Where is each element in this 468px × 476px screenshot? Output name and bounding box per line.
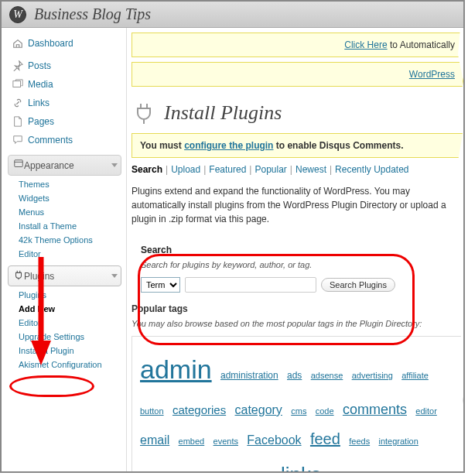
appearance-icon xyxy=(13,159,24,172)
home-icon xyxy=(12,38,23,49)
search-type-select[interactable]: Term xyxy=(141,277,180,293)
sidebar-item-comments[interactable]: Comments xyxy=(8,131,121,149)
sub-menus[interactable]: Menus xyxy=(19,205,121,219)
tag-advertising[interactable]: advertising xyxy=(352,371,393,380)
popular-tags-panel: Popular tags You may also browse based o… xyxy=(132,303,463,471)
notice-link-wordpress[interactable]: WordPress xyxy=(409,69,455,80)
tag-categories[interactable]: categories xyxy=(173,403,226,416)
svg-rect-0 xyxy=(13,81,21,87)
sidebar-item-label: Media xyxy=(28,79,53,90)
sub-install-theme[interactable]: Install a Theme xyxy=(19,219,121,233)
tag-feeds[interactable]: feeds xyxy=(349,437,370,446)
sidebar-item-label: Pages xyxy=(28,116,54,127)
page-icon xyxy=(12,116,23,127)
sub-appearance-editor[interactable]: Editor xyxy=(19,247,121,261)
media-icon xyxy=(12,79,23,90)
sidebar-item-label: Posts xyxy=(28,60,51,71)
tag-administration[interactable]: administration xyxy=(220,370,278,381)
tab-featured[interactable]: Featured xyxy=(209,164,246,175)
comment-icon xyxy=(12,135,23,146)
tag-affiliate[interactable]: affiliate xyxy=(401,371,429,380)
sidebar-item-links[interactable]: Links xyxy=(8,94,121,112)
tab-separator: | xyxy=(290,164,292,175)
search-plugins-button[interactable]: Search Plugins xyxy=(321,278,395,292)
plug-large-icon xyxy=(132,101,156,125)
tag-comments[interactable]: comments xyxy=(343,402,407,417)
tab-separator: | xyxy=(330,164,332,175)
tag-cms[interactable]: cms xyxy=(291,406,306,416)
tab-separator: | xyxy=(166,164,168,175)
tag-integration[interactable]: integration xyxy=(378,437,418,446)
search-input[interactable] xyxy=(185,277,316,293)
sub-plugins[interactable]: Plugins xyxy=(19,288,121,302)
tag-embed[interactable]: embed xyxy=(179,437,205,446)
admin-sidebar: Dashboard Posts Media Links xyxy=(2,28,127,471)
tag-code[interactable]: code xyxy=(316,406,334,416)
search-panel: Search Search for plugins by keyword, au… xyxy=(132,237,463,303)
main-content: Click Here to Automatically WordPress In… xyxy=(127,28,463,471)
configure-plugin-link[interactable]: configure the plugin xyxy=(184,140,273,151)
tag-facebook[interactable]: Facebook xyxy=(247,433,301,447)
tab-upload[interactable]: Upload xyxy=(171,164,200,175)
tag-editor[interactable]: editor xyxy=(415,406,437,416)
admin-header: W Business Blog Tips xyxy=(2,2,463,28)
sub-akismet[interactable]: Akismet Configuration xyxy=(19,358,121,372)
tab-popular[interactable]: Popular xyxy=(254,164,286,175)
site-title[interactable]: Business Blog Tips xyxy=(34,5,151,23)
svg-rect-1 xyxy=(15,160,23,167)
sidebar-item-label: Links xyxy=(28,98,50,108)
tag-javascript[interactable]: javascript xyxy=(140,470,196,471)
tag-adsense[interactable]: adsense xyxy=(311,371,343,380)
notice-auto: Click Here to Automatically xyxy=(132,33,463,57)
tag-category[interactable]: category xyxy=(235,403,282,416)
tag-events[interactable]: events xyxy=(214,437,238,446)
popular-heading: Popular tags xyxy=(132,303,463,314)
sub-upgrade-settings[interactable]: Upgrade Settings xyxy=(19,330,121,344)
tag-ads[interactable]: ads xyxy=(287,370,302,381)
tag-button[interactable]: button xyxy=(140,406,164,416)
tab-search[interactable]: Search xyxy=(132,164,162,175)
sub-42k-options[interactable]: 42k Theme Options xyxy=(19,233,121,247)
tag-links[interactable]: links xyxy=(281,463,321,471)
page-title: Install Plugins xyxy=(164,101,282,125)
notice-link-clickhere[interactable]: Click Here xyxy=(344,39,387,50)
sidebar-head-plugins[interactable]: Plugins xyxy=(8,265,121,286)
sub-themes[interactable]: Themes xyxy=(19,177,121,191)
sub-plugins-editor[interactable]: Editor xyxy=(19,316,121,330)
link-icon xyxy=(12,98,23,108)
sidebar-item-label: Dashboard xyxy=(28,38,73,49)
sidebar-item-pages[interactable]: Pages xyxy=(8,112,121,131)
plugin-icon xyxy=(13,269,24,283)
notice-pre: You must xyxy=(140,140,184,151)
pin-icon xyxy=(12,60,23,71)
tab-recently-updated[interactable]: Recently Updated xyxy=(335,164,408,175)
tag-feed[interactable]: feed xyxy=(310,430,340,447)
tag-email[interactable]: email xyxy=(140,433,169,447)
sub-install-plugin[interactable]: Install a Plugin xyxy=(19,344,121,358)
tab-separator: | xyxy=(249,164,251,175)
sub-add-new[interactable]: Add New xyxy=(19,302,121,316)
sidebar-head-label: Appearance xyxy=(24,160,74,171)
sidebar-head-appearance[interactable]: Appearance xyxy=(8,155,121,176)
sidebar-item-posts[interactable]: Posts xyxy=(8,57,121,75)
search-hint: Search for plugins by keyword, author, o… xyxy=(141,260,454,269)
chevron-down-icon xyxy=(111,274,118,278)
notice-configure: You must configure the plugin to enable … xyxy=(132,133,463,158)
wordpress-logo-icon: W xyxy=(9,6,26,23)
tab-newest[interactable]: Newest xyxy=(295,164,326,175)
notice-text: to Automatically xyxy=(388,39,455,50)
sub-widgets[interactable]: Widgets xyxy=(19,191,121,205)
sidebar-item-media[interactable]: Media xyxy=(8,75,121,94)
sidebar-item-label: Comments xyxy=(28,135,73,146)
tab-separator: | xyxy=(203,164,206,175)
notice-wp: WordPress xyxy=(132,62,463,87)
tag-admin[interactable]: admin xyxy=(140,354,212,384)
sidebar-item-dashboard[interactable]: Dashboard xyxy=(8,34,121,53)
submenu-plugins: Plugins Add New Editor Upgrade Settings … xyxy=(8,286,121,375)
submenu-appearance: Themes Widgets Menus Install a Theme 42k… xyxy=(8,176,121,264)
tag-cloud: admin administration ads adsense adverti… xyxy=(132,336,463,471)
intro-text: Plugins extend and expand the functional… xyxy=(132,184,463,226)
chevron-down-icon xyxy=(111,163,118,167)
page-title-row: Install Plugins xyxy=(132,101,463,125)
sidebar-head-label: Plugins xyxy=(24,271,54,282)
